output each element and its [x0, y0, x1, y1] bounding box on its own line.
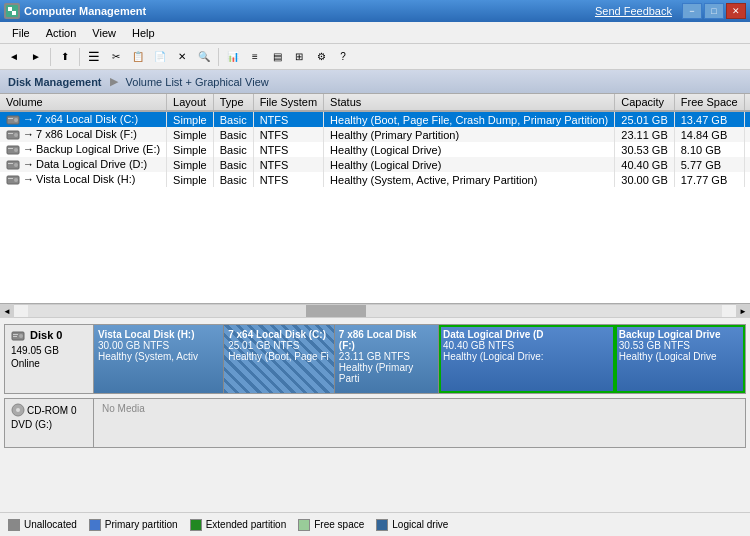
col-status[interactable]: Status: [324, 94, 615, 111]
col-volume[interactable]: Volume: [0, 94, 167, 111]
menu-file[interactable]: File: [4, 25, 38, 41]
cell-type: Basic: [213, 111, 253, 127]
cdrom-row: CD-ROM 0 DVD (G:) No Media: [4, 398, 746, 448]
disk-icon: [6, 114, 20, 126]
partition-status: Healthy (Primary Parti: [339, 362, 434, 384]
toolbar-show-hide[interactable]: ☰: [84, 47, 104, 67]
svg-point-19: [19, 334, 23, 338]
cell-free-space: 5.77 GB: [674, 157, 744, 172]
cell-free-space: 14.84 GB: [674, 127, 744, 142]
svg-rect-8: [8, 133, 13, 134]
cell-type: Basic: [213, 127, 253, 142]
disk-icon: [6, 174, 20, 186]
col-free-space[interactable]: Free Space: [674, 94, 744, 111]
partition-block[interactable]: Backup Logical Drive30.53 GB NTFSHealthy…: [615, 325, 745, 393]
toolbar-view2[interactable]: ▤: [267, 47, 287, 67]
toolbar-view3[interactable]: ⊞: [289, 47, 309, 67]
partition-status: Healthy (Logical Drive:: [443, 351, 610, 362]
cell-capacity: 25.01 GB: [615, 111, 674, 127]
legend-free: Free space: [298, 519, 364, 531]
partition-block[interactable]: 7 x86 Local Disk (F:)23.11 GB NTFSHealth…: [335, 325, 439, 393]
table-row[interactable]: →Data Logical Drive (D:)SimpleBasicNTFSH…: [0, 157, 750, 172]
title-bar-left: Computer Management: [4, 3, 146, 19]
menu-action[interactable]: Action: [38, 25, 85, 41]
cell-filesystem: NTFS: [253, 172, 323, 187]
legend-unallocated-box: [8, 519, 20, 531]
partition-block[interactable]: Vista Local Disk (H:)30.00 GB NTFSHealth…: [94, 325, 224, 393]
legend-logical: Logical drive: [376, 519, 448, 531]
cell-status: Healthy (Logical Drive): [324, 142, 615, 157]
toolbar-copy[interactable]: 📋: [128, 47, 148, 67]
cdrom-label: CD-ROM 0 DVD (G:): [4, 398, 94, 448]
app-icon: [4, 3, 20, 19]
legend-extended-label: Extended partition: [206, 519, 287, 530]
partition-name: Vista Local Disk (H:): [98, 329, 219, 340]
toolbar-settings[interactable]: ⚙: [311, 47, 331, 67]
menu-bar: File Action View Help: [0, 22, 750, 44]
horizontal-scrollbar[interactable]: ◄ ►: [0, 304, 750, 318]
col-capacity[interactable]: Capacity: [615, 94, 674, 111]
menu-view[interactable]: View: [84, 25, 124, 41]
scroll-track[interactable]: [28, 305, 722, 317]
disk0-partitions: Vista Local Disk (H:)30.00 GB NTFSHealth…: [94, 324, 746, 394]
toolbar-delete[interactable]: ✕: [172, 47, 192, 67]
partition-status: Healthy (Logical Drive: [619, 351, 741, 362]
table-row[interactable]: →7 x86 Local Disk (F:)SimpleBasicNTFSHea…: [0, 127, 750, 142]
toolbar-cut[interactable]: ✂: [106, 47, 126, 67]
partition-name: 7 x86 Local Disk (F:): [339, 329, 434, 351]
partition-block[interactable]: 7 x64 Local Disk (C:)25.01 GB NTFSHealth…: [224, 325, 335, 393]
partition-size: 25.01 GB NTFS: [228, 340, 330, 351]
scroll-left-arrow[interactable]: ◄: [0, 304, 14, 318]
cell-filesystem: NTFS: [253, 157, 323, 172]
col-type[interactable]: Type: [213, 94, 253, 111]
section-header: Disk Management ▶ Volume List + Graphica…: [0, 70, 750, 94]
legend-extended: Extended partition: [190, 519, 287, 531]
restore-button[interactable]: □: [704, 3, 724, 19]
cell-filesystem: NTFS: [253, 127, 323, 142]
section-title-right: Volume List + Graphical View: [126, 76, 269, 88]
toolbar-up[interactable]: ⬆: [55, 47, 75, 67]
table-row[interactable]: →Vista Local Disk (H:)SimpleBasicNTFSHea…: [0, 172, 750, 187]
cell-layout: Simple: [167, 127, 214, 142]
toolbar-view1[interactable]: ≡: [245, 47, 265, 67]
scroll-thumb[interactable]: [306, 305, 366, 317]
scroll-right-arrow[interactable]: ►: [736, 304, 750, 318]
col-filesystem[interactable]: File System: [253, 94, 323, 111]
toolbar-help[interactable]: ?: [333, 47, 353, 67]
disk-icon: [6, 144, 20, 156]
cdrom-drive: DVD (G:): [11, 419, 87, 430]
toolbar-forward[interactable]: ►: [26, 47, 46, 67]
partition-size: 23.11 GB NTFS: [339, 351, 434, 362]
disk0-size: 149.05 GB: [11, 345, 87, 356]
arrow-icon: →: [23, 158, 34, 170]
close-button[interactable]: ✕: [726, 3, 746, 19]
cell-pct-free: 64 %: [744, 127, 750, 142]
col-pct-free[interactable]: % Free: [744, 94, 750, 111]
col-layout[interactable]: Layout: [167, 94, 214, 111]
cell-capacity: 30.53 GB: [615, 142, 674, 157]
toolbar-paste[interactable]: 📄: [150, 47, 170, 67]
legend-free-label: Free space: [314, 519, 364, 530]
cell-free-space: 17.77 GB: [674, 172, 744, 187]
cell-capacity: 23.11 GB: [615, 127, 674, 142]
table-row[interactable]: →7 x64 Local Disk (C:)SimpleBasicNTFSHea…: [0, 111, 750, 127]
table-row[interactable]: →Backup Logical Drive (E:)SimpleBasicNTF…: [0, 142, 750, 157]
cell-capacity: 30.00 GB: [615, 172, 674, 187]
svg-rect-14: [8, 163, 13, 164]
disk-icon: [6, 129, 20, 141]
cell-type: Basic: [213, 142, 253, 157]
menu-help[interactable]: Help: [124, 25, 163, 41]
legend-primary: Primary partition: [89, 519, 178, 531]
send-feedback-link[interactable]: Send Feedback: [595, 5, 672, 17]
partition-block[interactable]: Data Logical Drive (D40.40 GB NTFSHealth…: [439, 325, 615, 393]
minimize-button[interactable]: −: [682, 3, 702, 19]
cell-pct-free: 27 %: [744, 142, 750, 157]
toolbar-back[interactable]: ◄: [4, 47, 24, 67]
title-bar: Computer Management Send Feedback − □ ✕: [0, 0, 750, 22]
svg-point-13: [14, 163, 18, 167]
toolbar-export[interactable]: 📊: [223, 47, 243, 67]
svg-point-10: [14, 148, 18, 152]
svg-point-16: [14, 178, 18, 182]
toolbar-prop[interactable]: 🔍: [194, 47, 214, 67]
cell-type: Basic: [213, 172, 253, 187]
